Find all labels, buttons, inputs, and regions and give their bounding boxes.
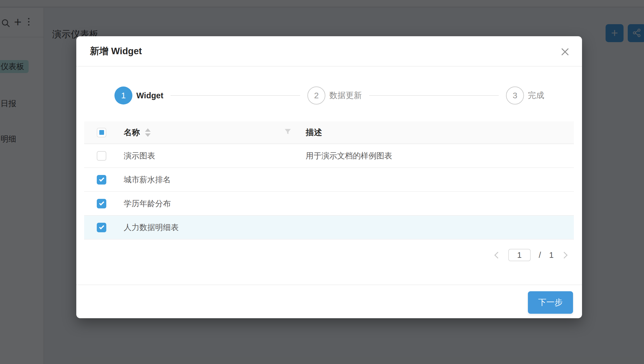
row-name: 人力数据明细表 — [124, 222, 179, 233]
next-page-icon[interactable] — [561, 252, 567, 258]
modal-title: 新增 Widget — [90, 45, 142, 58]
table-row[interactable]: 城市薪水排名 — [84, 168, 574, 192]
page-input[interactable] — [508, 249, 531, 261]
table-row[interactable]: 人力数据明细表 — [84, 216, 574, 240]
modal-header: 新增 Widget — [76, 36, 582, 67]
table-header: 名称 描述 — [84, 121, 574, 144]
step-2-data-update: 2 数据更新 — [307, 87, 362, 104]
step-1-widget: 1 Widget — [114, 87, 163, 104]
row-checkbox[interactable] — [97, 223, 106, 232]
page-separator: / — [539, 251, 541, 260]
add-widget-modal: 新增 Widget 1 Widget 2 数据更新 3 完成 名称 — [76, 36, 582, 318]
row-description: 用于演示文档的样例图表 — [306, 151, 392, 161]
step-number: 2 — [307, 87, 325, 104]
step-number: 1 — [114, 87, 132, 104]
close-icon[interactable] — [560, 47, 570, 57]
prev-page-icon[interactable] — [494, 252, 501, 258]
step-label: 数据更新 — [329, 90, 362, 101]
row-name: 学历年龄分布 — [124, 198, 171, 209]
row-name: 城市薪水排名 — [124, 174, 171, 185]
step-connector — [171, 95, 300, 96]
step-connector — [369, 95, 499, 96]
table-row[interactable]: 演示图表用于演示文档的样例图表 — [84, 144, 574, 168]
step-label: 完成 — [528, 90, 544, 101]
row-checkbox[interactable] — [97, 175, 106, 185]
select-all-checkbox[interactable] — [97, 128, 106, 137]
steps-indicator: 1 Widget 2 数据更新 3 完成 — [114, 87, 544, 104]
column-header-name: 名称 — [124, 127, 140, 138]
step-number: 3 — [506, 87, 524, 104]
next-step-button[interactable]: 下一步 — [528, 291, 573, 314]
total-pages: 1 — [549, 251, 554, 260]
pagination: / 1 — [495, 249, 567, 261]
row-name: 演示图表 — [124, 151, 155, 161]
widget-table: 名称 描述 演示图表用于演示文档的样例图表城市薪水排名学历年龄分布人力数据明细表 — [84, 121, 574, 240]
table-row[interactable]: 学历年龄分布 — [84, 192, 574, 216]
column-header-description: 描述 — [306, 127, 322, 138]
widget-table-body: 演示图表用于演示文档的样例图表城市薪水排名学历年龄分布人力数据明细表 — [84, 144, 574, 240]
filter-icon[interactable] — [283, 128, 292, 138]
sort-icon[interactable] — [145, 128, 151, 137]
row-checkbox[interactable] — [97, 151, 106, 161]
step-label: Widget — [136, 91, 163, 100]
row-checkbox[interactable] — [97, 199, 106, 208]
step-3-finish: 3 完成 — [506, 87, 544, 104]
modal-footer: 下一步 — [76, 285, 582, 318]
